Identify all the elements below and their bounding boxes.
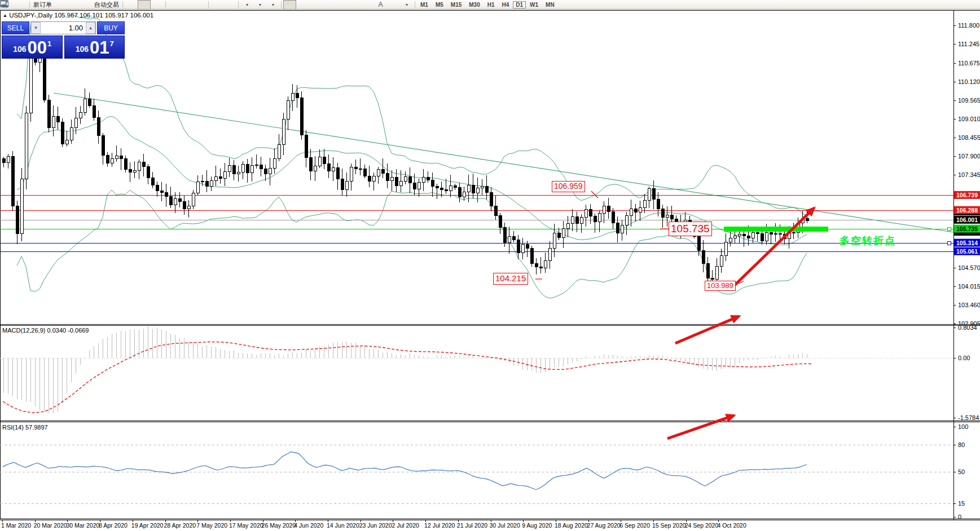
support-zone-bar[interactable] xyxy=(724,227,828,232)
main-toolbar: 新订单 自动交易 ▾ ▾ ▾ E F A T ▾ M1M5M15M30H1H4D… xyxy=(0,0,980,10)
add-indicator-icon[interactable]: ▾ xyxy=(240,0,253,10)
timeframe-h1[interactable]: H1 xyxy=(484,1,498,9)
dropdown-caret-icon[interactable]: ▾ xyxy=(246,2,248,7)
svg-text:30 Mar 2020: 30 Mar 2020 xyxy=(66,522,99,529)
dropdown-caret-icon[interactable]: ▾ xyxy=(272,2,274,7)
svg-text:30 Jul 2020: 30 Jul 2020 xyxy=(490,522,520,529)
buy-price-display[interactable]: 106017 xyxy=(64,36,125,59)
fibonacci-tool-icon[interactable]: F xyxy=(361,0,374,10)
search-icon[interactable] xyxy=(944,0,957,10)
timeframe-m30[interactable]: M30 xyxy=(465,1,483,9)
periods-clock-icon[interactable]: ▾ xyxy=(253,0,266,10)
new-order-button[interactable]: 新订单 xyxy=(32,0,54,10)
rsi-line[interactable] xyxy=(3,452,807,490)
svg-text:80: 80 xyxy=(958,441,965,448)
svg-text:100: 100 xyxy=(958,423,968,430)
cursor-icon[interactable] xyxy=(283,0,296,10)
svg-text:4 Jun 2020: 4 Jun 2020 xyxy=(294,522,323,529)
timeframe-m5[interactable]: M5 xyxy=(432,1,447,9)
macd-indicator-label: MACD(12,26,9) 0.0340 -0.0669 xyxy=(2,327,89,334)
price-axis: 111.800111.245110.675110.120109.565109.0… xyxy=(953,22,980,327)
timeframe-w1[interactable]: W1 xyxy=(526,1,542,9)
chart-canvas: 111.800111.245110.675110.120109.565109.0… xyxy=(0,0,980,531)
price-tag: 106.001 xyxy=(954,216,980,224)
autotrading-button[interactable]: 自动交易 xyxy=(93,0,121,10)
buy-price-bigfigure: 106 xyxy=(76,42,89,56)
date-axis: 1 Mar 202020 Mar 202030 Mar 20208 Apr 20… xyxy=(1,520,746,529)
text-tool-icon[interactable]: A xyxy=(374,0,387,10)
rsi-pane: 1008050150 xyxy=(0,423,968,520)
label-tool-icon[interactable]: T xyxy=(387,0,400,10)
svg-text:103.460: 103.460 xyxy=(958,302,980,308)
auto-scroll-icon[interactable] xyxy=(210,0,223,10)
equidistant-channel-tool-icon[interactable]: E xyxy=(348,0,361,10)
price-annotation[interactable]: 105.735 xyxy=(669,222,712,236)
chart-symbol-period: USDJPY-,Daily xyxy=(9,12,52,19)
community-chat-icon[interactable] xyxy=(961,0,974,10)
svg-text:23 Jun 2020: 23 Jun 2020 xyxy=(359,522,392,529)
trend-arrow[interactable] xyxy=(675,316,739,343)
macd-pane: 0.80340.00-1.5784 xyxy=(0,324,979,421)
bar-chart-type-icon[interactable] xyxy=(125,0,138,10)
price-tag: 106.739 xyxy=(954,191,980,199)
svg-text:109.010: 109.010 xyxy=(958,116,980,122)
vertical-line-tool-icon[interactable] xyxy=(309,0,322,10)
timeframe-mn[interactable]: MN xyxy=(542,1,558,9)
template-icon[interactable]: ▾ xyxy=(266,0,279,10)
svg-text:27 Aug 2020: 27 Aug 2020 xyxy=(587,522,621,529)
svg-text:104.570: 104.570 xyxy=(958,264,980,271)
rsi-indicator-label: RSI(14) 57.9897 xyxy=(2,424,48,431)
zoom-out-icon[interactable] xyxy=(181,0,194,10)
chart-ohlc-values: 105.967 106.101 105.917 106.001 xyxy=(54,12,153,19)
gold-bars-icon[interactable] xyxy=(54,0,67,10)
terminal-icon[interactable] xyxy=(67,0,80,10)
volume-stepper: ▾ 1.00 ▴ xyxy=(30,21,96,34)
autotrading-label: 自动交易 xyxy=(94,1,119,9)
trendline-tool-icon[interactable] xyxy=(335,0,348,10)
dropdown-caret-icon[interactable]: ▾ xyxy=(406,2,408,7)
chart-profile-icon[interactable] xyxy=(15,0,28,10)
symbol-marker-icon: ▲ xyxy=(3,13,7,18)
svg-text:24 Sep 2020: 24 Sep 2020 xyxy=(685,522,719,529)
sell-price-display[interactable]: 106001 xyxy=(2,36,63,59)
turning-point-annotation[interactable]: 多空转折点 xyxy=(840,234,896,247)
svg-text:-1.5784: -1.5784 xyxy=(958,414,979,421)
svg-text:8 Apr 2020: 8 Apr 2020 xyxy=(99,522,128,529)
svg-text:0.8034: 0.8034 xyxy=(958,324,977,331)
macd-signal-line[interactable] xyxy=(3,342,812,413)
dropdown-caret-icon[interactable]: ▾ xyxy=(259,2,261,7)
arrows-tool-icon[interactable]: ▾ xyxy=(400,0,413,10)
buy-price-point: 7 xyxy=(110,39,114,48)
candlestick-chart-type-icon[interactable] xyxy=(138,0,151,10)
line-chart-type-icon[interactable] xyxy=(151,0,164,10)
horizontal-line-tool-icon[interactable] xyxy=(322,0,335,10)
trend-arrow[interactable] xyxy=(733,208,814,286)
toolbar-separator xyxy=(165,1,166,8)
price-annotation[interactable]: 104.215 xyxy=(493,273,528,285)
sell-button[interactable]: SELL xyxy=(2,21,29,34)
horizontal-lines[interactable] xyxy=(0,196,953,252)
timeframe-m15[interactable]: M15 xyxy=(447,1,465,9)
buy-button[interactable]: BUY xyxy=(97,21,125,34)
price-annotation[interactable]: 103.989 xyxy=(705,281,736,291)
chart-shift-icon[interactable] xyxy=(223,0,236,10)
timeframe-d1[interactable]: D1 xyxy=(513,1,526,8)
svg-text:18 Aug 2020: 18 Aug 2020 xyxy=(555,522,588,529)
volume-value[interactable]: 1.00 xyxy=(41,22,86,34)
volume-decrease-button[interactable]: ▾ xyxy=(31,22,41,34)
tile-windows-icon[interactable] xyxy=(194,0,206,10)
signal-icon[interactable] xyxy=(80,0,93,10)
zoom-in-icon[interactable] xyxy=(168,0,181,10)
timeframe-h4[interactable]: H4 xyxy=(499,1,513,9)
trend-arrow[interactable] xyxy=(667,415,734,439)
svg-text:106.739: 106.739 xyxy=(956,192,978,198)
one-click-trading-panel: SELL ▾ 1.00 ▴ BUY 106001 106017 xyxy=(2,21,125,59)
volume-increase-button[interactable]: ▴ xyxy=(86,22,95,34)
bollinger-bands[interactable] xyxy=(17,14,807,298)
timeframe-m1[interactable]: M1 xyxy=(417,1,432,9)
crosshair-icon[interactable] xyxy=(296,0,309,10)
timeframe-bar: M1M5M15M30H1H4D1W1MN xyxy=(417,1,558,9)
new-order-label: 新订单 xyxy=(33,1,52,9)
svg-text:110.675: 110.675 xyxy=(958,60,980,67)
price-annotation[interactable]: 106.959 xyxy=(552,181,585,192)
